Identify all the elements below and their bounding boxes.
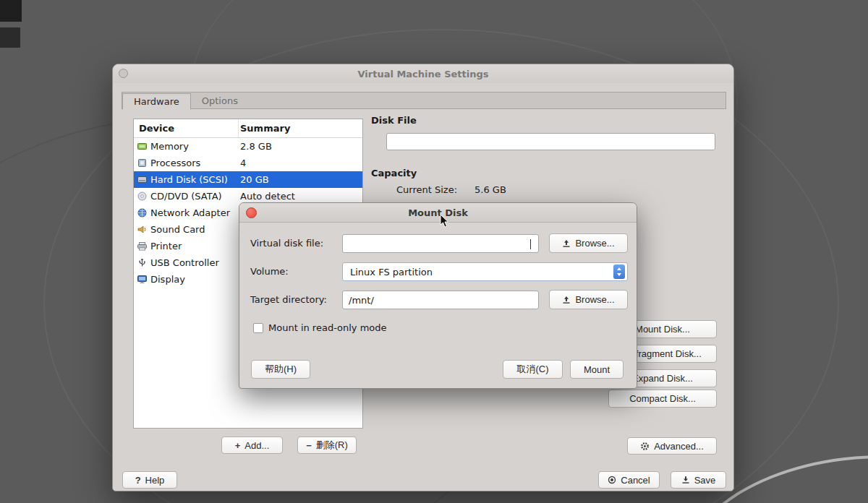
compact-disk-button[interactable]: Compact Disk... — [608, 390, 717, 408]
device-name: Memory — [150, 141, 189, 152]
device-name: CD/DVD (SATA) — [150, 191, 222, 202]
desktop-tile — [0, 0, 22, 22]
readonly-checkbox[interactable] — [253, 323, 263, 333]
add-device-button[interactable]: + Add... — [221, 437, 283, 454]
device-list-header: Device Summary — [134, 119, 362, 138]
device-name: Network Adapter — [150, 207, 230, 218]
help-button[interactable]: ? Help — [122, 471, 177, 489]
device-column-header[interactable]: Device — [134, 119, 239, 137]
desktop: Virtual Machine Settings Hardware Option… — [0, 0, 868, 503]
disk-file-input[interactable] — [386, 133, 715, 150]
printer-icon — [137, 241, 147, 251]
plus-icon: + — [235, 440, 241, 451]
download-icon — [681, 476, 690, 484]
mouse-cursor — [440, 214, 451, 231]
device-summary: Auto detect — [239, 191, 362, 202]
device-name: Sound Card — [150, 224, 205, 235]
cd-dvd-icon — [137, 192, 147, 201]
current-size-label: Current Size: — [396, 184, 457, 195]
memory-icon — [137, 142, 147, 151]
processor-icon — [137, 158, 147, 168]
virtual-disk-file-label: Virtual disk file: — [250, 238, 323, 249]
dialog-mount-button[interactable]: Mount — [570, 360, 624, 379]
save-button[interactable]: Save — [671, 471, 726, 489]
target-directory-label: Target directory: — [250, 294, 327, 305]
minus-icon: − — [306, 440, 312, 451]
text-caret — [530, 239, 531, 249]
capacity-label: Capacity — [371, 168, 417, 179]
window-titlebar[interactable]: Virtual Machine Settings — [113, 64, 733, 83]
device-name: Printer — [150, 241, 182, 252]
browse-virtual-disk-button[interactable]: Browse... — [549, 233, 628, 253]
volume-label: Volume: — [250, 266, 289, 277]
upload-icon — [562, 239, 571, 248]
usb-controller-icon — [137, 258, 147, 267]
device-name: Processors — [150, 158, 200, 168]
question-icon: ? — [135, 475, 141, 486]
device-row-processors[interactable]: Processors 4 — [134, 155, 362, 171]
readonly-checkbox-label: Mount in read-only mode — [268, 322, 387, 333]
volume-select[interactable]: Linux FS partition — [342, 262, 628, 281]
tab-options[interactable]: Options — [191, 93, 249, 109]
device-name: USB Controller — [150, 257, 219, 268]
record-circle-icon — [608, 476, 616, 484]
dialog-titlebar[interactable]: Mount Disk — [239, 203, 637, 223]
dialog-title: Mount Disk — [408, 207, 468, 218]
device-summary: 4 — [239, 158, 362, 168]
select-spinner-icon[interactable] — [613, 265, 625, 279]
device-summary: 20 GB — [239, 174, 362, 185]
summary-column-header[interactable]: Summary — [239, 123, 362, 134]
device-row-memory[interactable]: Memory 2.8 GB — [134, 138, 362, 155]
tab-bar: Hardware Options — [122, 92, 726, 109]
dialog-cancel-button[interactable]: 取消(C) — [503, 360, 563, 379]
device-summary: 2.8 GB — [239, 141, 362, 152]
cancel-button[interactable]: Cancel — [598, 471, 660, 489]
tab-hardware[interactable]: Hardware — [122, 93, 191, 110]
network-adapter-icon — [137, 208, 147, 218]
browse-target-directory-button[interactable]: Browse... — [549, 290, 628, 309]
gear-icon — [640, 442, 650, 451]
device-name: Display — [150, 274, 185, 285]
dialog-close-button[interactable] — [246, 207, 257, 218]
upload-icon — [562, 296, 571, 304]
display-icon — [137, 275, 147, 284]
virtual-disk-file-input[interactable] — [342, 234, 539, 253]
device-row-hard-disk[interactable]: Hard Disk (SCSI) 20 GB — [134, 171, 362, 188]
disk-file-label: Disk File — [371, 115, 417, 126]
mount-disk-dialog: Mount Disk Virtual disk file: Browse... … — [239, 202, 637, 389]
sound-card-icon — [137, 225, 147, 234]
desktop-tile — [0, 27, 20, 48]
window-close-button[interactable] — [119, 69, 128, 78]
window-title: Virtual Machine Settings — [357, 69, 488, 79]
dialog-help-button[interactable]: 帮助(H) — [251, 360, 310, 379]
hard-disk-icon — [137, 175, 147, 184]
current-size-value: 5.6 GB — [475, 184, 506, 195]
advanced-button[interactable]: Advanced... — [627, 437, 717, 455]
target-directory-input[interactable]: /mnt/ — [342, 291, 539, 309]
remove-device-button[interactable]: − 删除(R) — [297, 437, 357, 454]
device-name: Hard Disk (SCSI) — [150, 174, 228, 185]
